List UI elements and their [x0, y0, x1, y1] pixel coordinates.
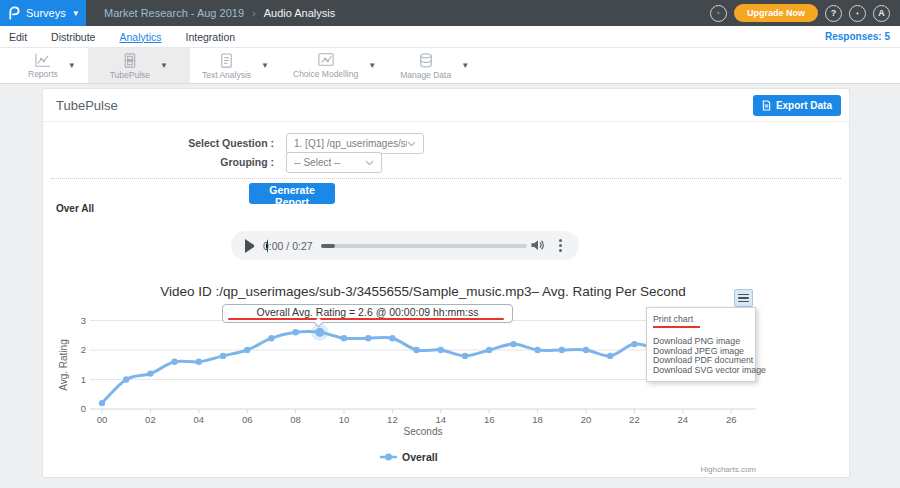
- audio-seekbar[interactable]: [321, 244, 527, 248]
- chart-tooltip: Overall Avg. Rating = 2.6 @ 00:00:09 hh:…: [222, 304, 513, 323]
- x-tick-label: 02: [145, 414, 156, 425]
- chevron-down-icon: ▼: [72, 9, 80, 18]
- panel-header: TubePulse Export Data: [43, 89, 849, 122]
- text-document-icon: [219, 52, 234, 69]
- video-pulse-icon: [122, 52, 138, 69]
- toolbar-item-choice-modelling[interactable]: Choice Modelling ▼: [281, 48, 388, 83]
- x-tick-label: 26: [726, 414, 737, 425]
- questionpro-logo-icon: [7, 5, 20, 21]
- audio-menu-button[interactable]: [554, 238, 566, 253]
- menu-item-distribute[interactable]: Distribute: [51, 31, 95, 43]
- menu-item-analytics[interactable]: Analytics: [119, 31, 161, 43]
- data-point: [171, 359, 177, 365]
- analytics-toolbar: Reports ▼ TubePulse ▼ Text Analysis ▼: [0, 48, 900, 84]
- menu-item-download-svg[interactable]: Download SVG vector image: [647, 366, 755, 376]
- database-icon: [418, 52, 434, 69]
- chevron-down-icon: ▼: [160, 61, 168, 70]
- chevron-down-icon: ▼: [68, 61, 76, 70]
- legend-item-overall[interactable]: Overall: [380, 451, 438, 463]
- chevron-down-icon: [365, 160, 374, 166]
- generate-report-button[interactable]: Generate Report: [249, 183, 335, 204]
- top-actions: Upgrade Now ? A: [710, 0, 890, 26]
- data-point: [413, 347, 419, 353]
- line-chart-icon: [34, 52, 52, 68]
- y-axis-title: Avg. Rating: [58, 339, 69, 391]
- data-point: [292, 329, 298, 335]
- menu-item-edit[interactable]: Edit: [9, 31, 27, 43]
- select-question-dropdown[interactable]: 1. [Q1] /qp_userimages/sub-3/3455655/S..…: [286, 133, 424, 154]
- grouping-dropdown[interactable]: -- Select --: [286, 152, 382, 173]
- data-point: [315, 328, 324, 337]
- panel-title: TubePulse: [56, 98, 118, 113]
- bell-icon: [856, 8, 859, 19]
- data-point: [341, 335, 347, 341]
- x-tick-label: 10: [339, 414, 350, 425]
- y-tick-label: 2: [81, 344, 86, 355]
- chevron-down-icon: ▼: [261, 61, 269, 70]
- x-tick-label: 08: [290, 414, 301, 425]
- highcharts-credit: Highcharts.com: [700, 465, 756, 474]
- toolbar-item-tubepulse[interactable]: TubePulse ▼: [88, 48, 190, 83]
- x-tick-label: 16: [484, 414, 495, 425]
- data-point: [244, 347, 250, 353]
- audio-time: 0:00 / 0:27: [263, 240, 313, 252]
- menu-item-print-chart[interactable]: Print chart: [647, 312, 755, 325]
- chart-context-menu: Print chart Download PNG image Download …: [646, 307, 756, 382]
- chevron-down-icon: ▼: [461, 61, 469, 70]
- x-tick-label: 20: [581, 414, 592, 425]
- export-data-button[interactable]: Export Data: [753, 95, 841, 116]
- toolbar-item-manage-data[interactable]: Manage Data ▼: [388, 48, 481, 83]
- data-point: [147, 370, 153, 376]
- data-point: [534, 347, 540, 353]
- upgrade-now-button[interactable]: Upgrade Now: [734, 4, 818, 22]
- toolbar-item-reports[interactable]: Reports ▼: [16, 48, 88, 83]
- surveys-dropdown[interactable]: Surveys ▼: [0, 0, 86, 26]
- x-tick-label: 14: [436, 414, 447, 425]
- chevron-down-icon: ▼: [368, 61, 376, 70]
- overall-label: Over All: [56, 203, 94, 214]
- data-point: [99, 400, 105, 406]
- data-point: [196, 359, 202, 365]
- data-point: [631, 341, 637, 347]
- breadcrumb-project[interactable]: Market Research - Aug 2019: [104, 7, 244, 19]
- toolbar-item-text-analysis[interactable]: Text Analysis ▼: [190, 48, 281, 83]
- responses-count: Responses: 5: [825, 31, 890, 42]
- y-tick-label: 3: [81, 315, 86, 326]
- breadcrumb: Market Research - Aug 2019 › Audio Analy…: [104, 0, 335, 26]
- menu-item-integration[interactable]: Integration: [185, 31, 235, 43]
- x-tick-label: 00: [97, 414, 108, 425]
- svg-text:Overall: Overall: [402, 451, 438, 463]
- speaker-icon: [530, 238, 545, 252]
- x-tick-label: 24: [678, 414, 689, 425]
- x-tick-label: 18: [532, 414, 543, 425]
- data-point: [486, 347, 492, 353]
- section-divider: [51, 178, 841, 179]
- select-question-label: Select Question :: [43, 137, 274, 149]
- chart-menu-button[interactable]: [734, 289, 753, 307]
- x-tick-label: 12: [387, 414, 398, 425]
- x-tick-label: 04: [194, 414, 205, 425]
- data-point: [438, 347, 444, 353]
- avatar[interactable]: A: [873, 5, 890, 22]
- app-window: Surveys ▼ Market Research - Aug 2019 › A…: [0, 0, 900, 488]
- y-tick-label: 0: [81, 403, 86, 414]
- help-button[interactable]: ?: [825, 5, 842, 22]
- search-button[interactable]: [710, 5, 727, 22]
- tooltip-red-annotation: [228, 318, 504, 321]
- breadcrumb-separator-icon: ›: [252, 7, 256, 19]
- x-tick-label: 22: [629, 414, 640, 425]
- notifications-button[interactable]: [849, 5, 866, 22]
- menu-bar: Edit Distribute Analytics Integration Re…: [0, 26, 900, 48]
- product-label: Surveys: [26, 7, 66, 19]
- breadcrumb-page: Audio Analysis: [264, 7, 336, 19]
- series-line-overall: [102, 332, 659, 404]
- x-tick-label: 06: [242, 414, 253, 425]
- volume-button[interactable]: [529, 238, 545, 253]
- data-point: [607, 353, 613, 359]
- x-axis-title: Seconds: [404, 426, 443, 437]
- choice-chart-icon: [317, 52, 335, 68]
- data-point: [220, 353, 226, 359]
- chart-title: Video ID :/qp_userimages/sub-3/3455655/S…: [160, 284, 686, 299]
- data-point: [559, 347, 565, 353]
- data-point: [583, 347, 589, 353]
